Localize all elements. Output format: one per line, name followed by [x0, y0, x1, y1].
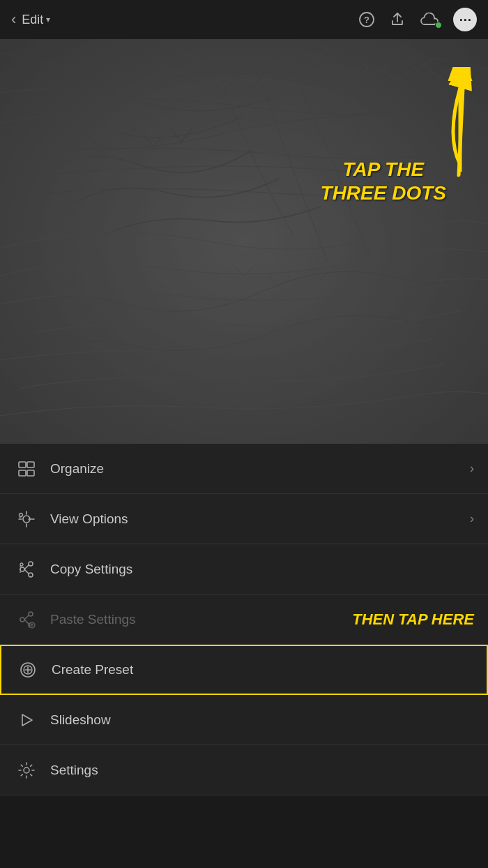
share-button[interactable] [389, 11, 406, 28]
photo-preview: TAP THE THREE DOTS [0, 39, 488, 444]
edit-label[interactable]: Edit ▾ [22, 13, 50, 27]
organize-label: Organize [50, 461, 470, 477]
more-options-button[interactable]: ⋯ [453, 8, 477, 31]
view-options-label: View Options [50, 511, 470, 527]
menu-list: Organize › View Options › [0, 444, 488, 795]
cloud-sync-badge [435, 22, 442, 29]
svg-rect-4 [0, 39, 488, 444]
copy-settings-label: Copy Settings [50, 562, 474, 577]
edit-chevron-icon: ▾ [46, 15, 50, 24]
tap-three-dots-label: TAP THE THREE DOTS [321, 158, 446, 204]
then-tap-annotation: THEN TAP HERE [352, 611, 474, 629]
svg-rect-9 [27, 462, 34, 467]
svg-point-16 [29, 573, 33, 577]
help-button[interactable]: ? [358, 11, 375, 28]
organize-icon [14, 456, 39, 481]
create-preset-icon [15, 657, 40, 682]
fern-image [0, 39, 488, 444]
menu-item-create-preset[interactable]: Create Preset [0, 645, 488, 695]
back-button[interactable]: ‹ [11, 10, 16, 29]
menu-item-organize[interactable]: Organize › [0, 444, 488, 494]
create-preset-label: Create Preset [52, 662, 473, 678]
menu-item-paste-settings[interactable]: Paste Settings THEN TAP HERE [0, 594, 488, 645]
cloud-button[interactable] [420, 13, 439, 27]
svg-point-12 [20, 513, 23, 516]
svg-point-15 [29, 562, 33, 566]
view-options-icon [14, 507, 39, 532]
three-dots-icon: ⋯ [459, 12, 472, 27]
slideshow-icon [14, 708, 39, 733]
svg-point-17 [20, 563, 23, 566]
svg-rect-10 [27, 470, 34, 476]
svg-point-25 [24, 768, 29, 773]
paste-settings-icon [14, 607, 39, 632]
top-bar-left: ‹ Edit ▾ [11, 10, 50, 29]
menu-item-copy-settings[interactable]: Copy Settings [0, 544, 488, 594]
svg-point-18 [20, 618, 24, 622]
top-bar: ‹ Edit ▾ ? ⋯ [0, 0, 488, 39]
settings-icon [14, 758, 39, 783]
svg-point-19 [29, 612, 33, 616]
edit-text: Edit [22, 13, 43, 27]
svg-point-14 [20, 567, 24, 571]
menu-item-view-options[interactable]: View Options › [0, 494, 488, 544]
settings-label: Settings [50, 763, 474, 778]
tap-annotation: TAP THE THREE DOTS [321, 158, 446, 204]
svg-text:?: ? [364, 15, 369, 25]
organize-chevron-icon: › [470, 461, 474, 476]
menu-item-slideshow[interactable]: Slideshow [0, 695, 488, 745]
top-bar-right: ? ⋯ [358, 8, 477, 31]
svg-marker-24 [22, 714, 32, 726]
slideshow-label: Slideshow [50, 712, 474, 728]
share-icon [389, 11, 406, 28]
svg-rect-7 [19, 462, 26, 467]
view-options-chevron-icon: › [470, 511, 474, 526]
copy-settings-icon [14, 557, 39, 582]
menu-item-settings[interactable]: Settings [0, 745, 488, 795]
svg-rect-8 [19, 470, 26, 476]
help-icon: ? [358, 11, 375, 28]
